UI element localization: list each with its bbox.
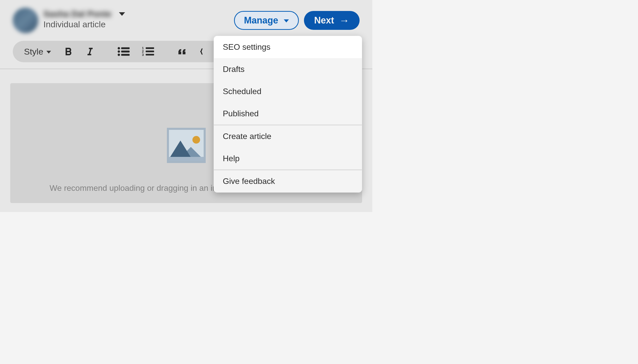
- menu-item-give-feedback[interactable]: Give feedback: [214, 170, 362, 192]
- italic-button[interactable]: [81, 44, 99, 59]
- quote-icon: [176, 46, 187, 57]
- style-dropdown-label: Style: [24, 47, 43, 57]
- menu-item-published[interactable]: Published: [214, 103, 362, 125]
- svg-point-4: [118, 54, 120, 56]
- svg-point-2: [118, 50, 120, 53]
- bold-button[interactable]: [59, 44, 78, 59]
- manage-button[interactable]: Manage: [234, 11, 299, 30]
- menu-item-create-article[interactable]: Create article: [214, 125, 362, 147]
- bullet-list-icon: [116, 46, 131, 57]
- next-button-label: Next: [314, 15, 334, 26]
- chevron-down-icon: [284, 19, 289, 22]
- svg-text:3: 3: [142, 53, 144, 57]
- next-button[interactable]: Next →: [304, 11, 360, 30]
- blockquote-button[interactable]: [173, 44, 191, 59]
- svg-rect-9: [145, 51, 154, 52]
- menu-item-help[interactable]: Help: [214, 147, 362, 170]
- svg-rect-3: [121, 51, 129, 52]
- author-section: Sasha Dal Ponte Individual article: [13, 8, 125, 33]
- bullet-list-button[interactable]: [113, 44, 134, 59]
- numbered-list-button[interactable]: 123: [137, 44, 159, 59]
- author-name: Sasha Dal Ponte: [43, 9, 111, 19]
- manage-dropdown-menu: SEO settings Drafts Scheduled Published …: [214, 36, 362, 193]
- article-type-label: Individual article: [43, 19, 125, 29]
- editor-header: Sasha Dal Ponte Individual article Manag…: [0, 0, 372, 38]
- italic-icon: [84, 46, 95, 57]
- manage-button-label: Manage: [244, 15, 278, 26]
- avatar[interactable]: [13, 8, 38, 33]
- chevron-down-icon: [46, 51, 51, 54]
- code-block-button[interactable]: [194, 44, 212, 59]
- svg-rect-5: [121, 54, 129, 56]
- svg-point-0: [118, 47, 120, 49]
- code-icon: [198, 46, 209, 57]
- numbered-list-icon: 123: [141, 46, 155, 57]
- menu-item-seo-settings[interactable]: SEO settings: [214, 36, 362, 58]
- style-dropdown[interactable]: Style: [20, 45, 56, 59]
- author-info: Sasha Dal Ponte Individual article: [43, 8, 125, 29]
- chevron-down-icon: [119, 12, 125, 16]
- arrow-right-icon: →: [339, 15, 349, 26]
- svg-rect-1: [121, 47, 129, 49]
- author-selector[interactable]: Sasha Dal Ponte: [43, 9, 125, 19]
- image-placeholder-icon: [167, 128, 206, 163]
- header-actions: Manage Next →: [234, 11, 360, 30]
- menu-item-drafts[interactable]: Drafts: [214, 58, 362, 80]
- svg-rect-11: [145, 54, 154, 55]
- menu-item-scheduled[interactable]: Scheduled: [214, 80, 362, 103]
- bold-icon: [63, 46, 74, 57]
- svg-rect-7: [145, 47, 154, 49]
